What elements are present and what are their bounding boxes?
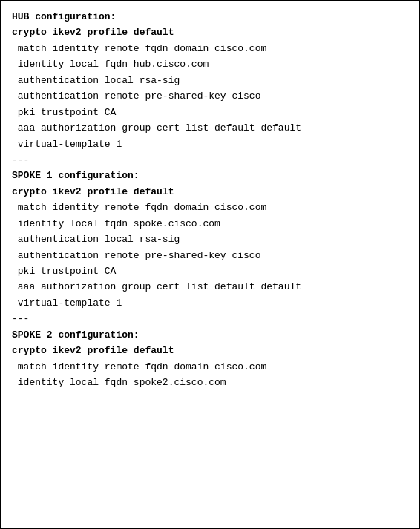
code-line: pki trustpoint CA (12, 105, 408, 120)
code-line: virtual-template 1 (12, 137, 408, 152)
code-line: SPOKE 1 configuration: (12, 168, 408, 183)
code-line: match identity remote fqdn domain cisco.… (12, 41, 408, 56)
code-line: crypto ikev2 profile default (12, 343, 408, 358)
code-line: virtual-template 1 (12, 295, 408, 311)
code-line: authentication remote pre-shared-key cis… (12, 248, 408, 263)
code-line: SPOKE 2 configuration: (12, 327, 408, 343)
code-line: HUB configuration: (12, 9, 408, 24)
code-line: identity local fqdn spoke2.cisco.com (12, 375, 408, 390)
code-block: HUB configuration:crypto ikev2 profile d… (0, 0, 420, 529)
code-line: crypto ikev2 profile default (12, 184, 408, 200)
code-line: aaa authorization group cert list defaul… (12, 120, 408, 136)
code-line: crypto ikev2 profile default (12, 24, 408, 40)
code-line: match identity remote fqdn domain cisco.… (12, 359, 408, 375)
code-line: pki trustpoint CA (12, 263, 408, 279)
code-line: --- (12, 311, 408, 326)
code-line: identity local fqdn spoke.cisco.com (12, 216, 408, 231)
code-line: match identity remote fqdn domain cisco.… (12, 200, 408, 215)
code-line: identity local fqdn hub.cisco.com (12, 56, 408, 72)
code-line: --- (12, 152, 408, 168)
code-line: authentication local rsa-sig (12, 231, 408, 247)
code-line: authentication local rsa-sig (12, 73, 408, 88)
code-line: aaa authorization group cert list defaul… (12, 279, 408, 295)
code-line: authentication remote pre-shared-key cis… (12, 88, 408, 104)
